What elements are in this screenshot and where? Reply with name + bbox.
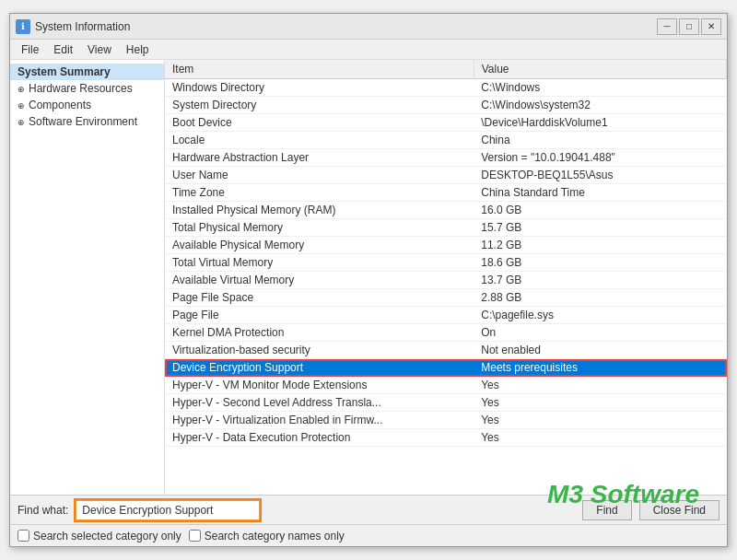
cell-value: 18.6 GB — [474, 254, 726, 272]
sidebar-item-system-summary[interactable]: System Summary — [10, 64, 164, 80]
expand-icon-software: ⊕ — [18, 118, 25, 127]
title-controls: ─ □ ✕ — [657, 18, 721, 35]
table-row[interactable]: Available Physical Memory11.2 GB — [165, 237, 727, 254]
cell-value: C:\pagefile.sys — [474, 307, 726, 324]
window-icon: ℹ — [16, 19, 30, 34]
cell-value: 15.7 GB — [474, 219, 726, 237]
cell-value: C:\Windows — [474, 79, 726, 97]
cell-value: \Device\HarddiskVolume1 — [474, 114, 726, 132]
sidebar-item-hardware-resources[interactable]: ⊕Hardware Resources — [10, 80, 164, 97]
table-row[interactable]: User NameDESKTOP-BEQ1L55\Asus — [165, 167, 727, 184]
table-row[interactable]: Kernel DMA ProtectionOn — [165, 324, 727, 342]
cell-value: 13.7 GB — [474, 272, 726, 289]
cell-item: Total Physical Memory — [165, 219, 474, 237]
cell-item: Boot Device — [165, 114, 474, 132]
cell-item: Windows Directory — [165, 79, 474, 97]
table-row[interactable]: Virtualization-based securityNot enabled — [165, 342, 727, 359]
checkbox-names-only[interactable]: Search category names only — [189, 530, 345, 542]
table-row[interactable]: Time ZoneChina Standard Time — [165, 184, 727, 202]
checkbox-selected-category-input[interactable] — [18, 530, 29, 542]
table-row[interactable]: Windows DirectoryC:\Windows — [165, 79, 727, 97]
cell-value: Not enabled — [474, 342, 726, 359]
menu-edit[interactable]: Edit — [46, 42, 80, 57]
title-bar-left: ℹ System Information — [16, 19, 130, 34]
menu-file[interactable]: File — [14, 42, 46, 57]
cell-item: Hyper-V - Second Level Address Transla..… — [165, 394, 474, 412]
cell-item: Available Virtual Memory — [165, 272, 474, 289]
cell-value: 2.88 GB — [474, 289, 726, 307]
cell-item: Hyper-V - Data Execution Protection — [165, 429, 474, 447]
col-value: Value — [474, 60, 726, 79]
cell-item: Hardware Abstraction Layer — [165, 149, 474, 167]
sidebar-item-components[interactable]: ⊕Components — [10, 97, 164, 113]
table-row[interactable]: Hardware Abstraction LayerVersion = "10.… — [165, 149, 727, 167]
table-row[interactable]: Total Virtual Memory18.6 GB — [165, 254, 727, 272]
window-title: System Information — [35, 20, 130, 33]
system-information-window: ℹ System Information ─ □ ✕ File Edit Vie… — [9, 13, 728, 547]
cell-value: On — [474, 324, 726, 342]
table-body: Windows DirectoryC:\WindowsSystem Direct… — [165, 79, 727, 447]
table-row[interactable]: Boot Device\Device\HarddiskVolume1 — [165, 114, 727, 132]
cell-item: Installed Physical Memory (RAM) — [165, 202, 474, 219]
table-row[interactable]: Available Virtual Memory13.7 GB — [165, 272, 727, 289]
cell-value: 16.0 GB — [474, 202, 726, 219]
cell-value: Yes — [474, 429, 726, 447]
minimize-button[interactable]: ─ — [657, 18, 677, 35]
cell-value: DESKTOP-BEQ1L55\Asus — [474, 167, 726, 184]
table-row[interactable]: Page File Space2.88 GB — [165, 289, 727, 307]
checkbox-selected-category[interactable]: Search selected category only — [18, 530, 181, 542]
table-row[interactable]: Hyper-V - Data Execution ProtectionYes — [165, 429, 727, 447]
cell-value: 11.2 GB — [474, 237, 726, 254]
cell-item: Time Zone — [165, 184, 474, 202]
close-button[interactable]: ✕ — [701, 18, 721, 35]
cell-value: C:\Windows\system32 — [474, 97, 726, 114]
cell-item: System Directory — [165, 97, 474, 114]
cell-value: Meets prerequisites — [474, 359, 726, 377]
cell-item: Hyper-V - Virtualization Enabled in Firm… — [165, 412, 474, 429]
cell-item: Page File Space — [165, 289, 474, 307]
menu-bar: File Edit View Help — [10, 40, 727, 60]
cell-item: Kernel DMA Protection — [165, 324, 474, 342]
content-area: Item Value Windows DirectoryC:\WindowsSy… — [165, 60, 727, 495]
menu-view[interactable]: View — [80, 42, 119, 57]
table-row[interactable]: Installed Physical Memory (RAM)16.0 GB — [165, 202, 727, 219]
table-container[interactable]: Item Value Windows DirectoryC:\WindowsSy… — [165, 60, 727, 495]
checkbox-names-only-input[interactable] — [189, 530, 201, 542]
table-row[interactable]: Device Encryption SupportMeets prerequis… — [165, 359, 727, 377]
cell-item: Available Physical Memory — [165, 237, 474, 254]
find-label: Find what: — [18, 504, 68, 517]
sidebar: System Summary ⊕Hardware Resources ⊕Comp… — [10, 60, 165, 495]
cell-value: Yes — [474, 412, 726, 429]
expand-icon-hardware: ⊕ — [18, 85, 25, 94]
cell-value: Version = "10.0.19041.488" — [474, 149, 726, 167]
cell-item: Virtualization-based security — [165, 342, 474, 359]
close-find-button[interactable]: Close Find — [639, 500, 719, 520]
cell-value: Yes — [474, 394, 726, 412]
cell-item: Page File — [165, 307, 474, 324]
info-table: Item Value Windows DirectoryC:\WindowsSy… — [165, 60, 727, 447]
maximize-button[interactable]: □ — [679, 18, 699, 35]
status-bar: Search selected category only Search cat… — [10, 524, 727, 546]
menu-help[interactable]: Help — [119, 42, 157, 57]
find-button[interactable]: Find — [582, 500, 631, 520]
table-row[interactable]: Hyper-V - Virtualization Enabled in Firm… — [165, 412, 727, 429]
cell-item: Device Encryption Support — [165, 359, 474, 377]
cell-value: China — [474, 132, 726, 149]
cell-item: Locale — [165, 132, 474, 149]
table-row[interactable]: System DirectoryC:\Windows\system32 — [165, 97, 727, 114]
main-area: System Summary ⊕Hardware Resources ⊕Comp… — [10, 60, 727, 495]
find-input[interactable] — [76, 500, 260, 520]
cell-item: Hyper-V - VM Monitor Mode Extensions — [165, 377, 474, 394]
table-row[interactable]: Hyper-V - Second Level Address Transla..… — [165, 394, 727, 412]
title-bar: ℹ System Information ─ □ ✕ — [10, 14, 727, 40]
cell-item: Total Virtual Memory — [165, 254, 474, 272]
table-row[interactable]: Hyper-V - VM Monitor Mode ExtensionsYes — [165, 377, 727, 394]
col-item: Item — [165, 60, 474, 79]
table-row[interactable]: LocaleChina — [165, 132, 727, 149]
cell-value: Yes — [474, 377, 726, 394]
table-row[interactable]: Total Physical Memory15.7 GB — [165, 219, 727, 237]
table-row[interactable]: Page FileC:\pagefile.sys — [165, 307, 727, 324]
cell-item: User Name — [165, 167, 474, 184]
sidebar-item-software-environment[interactable]: ⊕Software Environment — [10, 113, 164, 130]
table-header: Item Value — [165, 60, 727, 79]
